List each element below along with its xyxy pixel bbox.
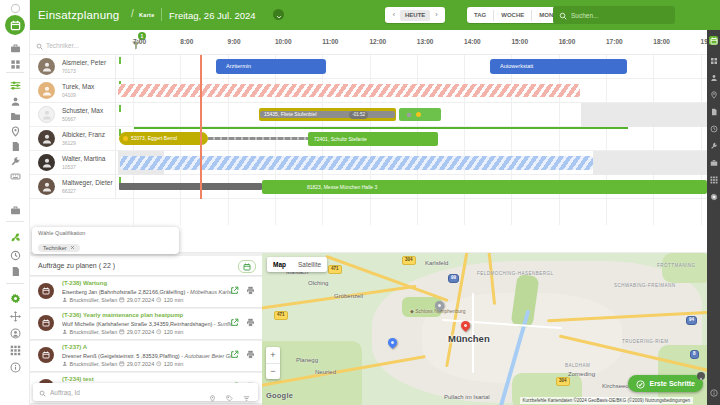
- qualification-chip[interactable]: Techniker: [38, 244, 80, 252]
- toolbox-icon[interactable]: [8, 203, 22, 217]
- dismiss-cta-button[interactable]: [697, 372, 705, 380]
- tab-woche[interactable]: WOCHE: [494, 10, 532, 21]
- order-search-input[interactable]: [50, 389, 201, 396]
- orders-icon[interactable]: [8, 41, 22, 55]
- right-sidebar: [707, 30, 720, 405]
- view-chip-karte[interactable]: Karte: [139, 12, 155, 18]
- print-order-icon[interactable]: [246, 345, 255, 354]
- technician-search-input[interactable]: [46, 42, 98, 49]
- devices-icon[interactable]: [8, 169, 22, 183]
- apps-icon[interactable]: [709, 175, 718, 184]
- jobs-icon[interactable]: [709, 158, 718, 167]
- technician-row[interactable]: Alsmeier, Peter70173ArztterminAutowerkst…: [30, 55, 707, 79]
- next-day-button[interactable]: ›: [430, 9, 442, 21]
- hour-label: 17:00: [606, 38, 623, 45]
- fan-service-icon[interactable]: [8, 230, 22, 244]
- move-icon[interactable]: [8, 309, 22, 323]
- settings-icon[interactable]: [8, 291, 22, 305]
- times-icon[interactable]: [8, 248, 22, 262]
- today-button[interactable]: HEUTE: [400, 10, 430, 21]
- tools-icon[interactable]: [8, 154, 22, 168]
- technician-row[interactable]: Albicker, Franz3612952073, Eggert Bernd7…: [30, 127, 707, 151]
- people-icon[interactable]: [709, 73, 718, 82]
- road-badge: 8: [690, 350, 699, 359]
- technician-lane[interactable]: ArztterminAutowerkstatt: [115, 55, 706, 79]
- global-search-input[interactable]: [571, 12, 669, 19]
- technicians-icon[interactable]: [8, 94, 22, 108]
- status-dot-icon: [416, 112, 421, 117]
- date-dropdown-button[interactable]: [273, 9, 284, 20]
- settings-icon[interactable]: [709, 192, 718, 201]
- order-bar-progress[interactable]: 15435, Fliete Stufenbiel-01:52: [259, 108, 396, 121]
- docs-icon[interactable]: [709, 107, 718, 116]
- appointment-label: Autowerkstatt: [500, 63, 533, 69]
- worktime-line: [134, 127, 628, 129]
- order-meta: Bruckmüller, Stefan29.07.2024120 min: [62, 361, 183, 367]
- app-calendar-icon[interactable]: [709, 36, 718, 45]
- sort-icon[interactable]: [243, 388, 252, 397]
- erste-schritte-button[interactable]: Erste Schritte: [628, 375, 703, 392]
- technician-row[interactable]: Turek, Max04109: [30, 79, 707, 103]
- technician-row[interactable]: Walter, Martina10537: [30, 151, 707, 175]
- technician-lane[interactable]: [115, 79, 706, 103]
- projects-icon[interactable]: [8, 109, 22, 123]
- help-icon[interactable]: [709, 388, 718, 397]
- date-nav-group: ‹ HEUTE ›: [385, 7, 445, 23]
- plan-all-button[interactable]: [238, 260, 256, 273]
- map-canvas[interactable]: MaisachOlchingGröbenzellKarlsfeldPlanegg…: [262, 253, 707, 405]
- map-city-label: München: [448, 333, 490, 344]
- order-technician: Bruckmüller, Stefan: [70, 297, 118, 303]
- dashboard-icon[interactable]: [8, 57, 22, 71]
- app-window: Einsatzplanung / Karte Freitag, 26 Jul. …: [0, 0, 720, 405]
- zoom-in-button[interactable]: +: [266, 347, 280, 364]
- order-duration: 120 min: [164, 329, 184, 335]
- open-order-icon[interactable]: [230, 345, 239, 354]
- order-bar-small[interactable]: [399, 108, 441, 121]
- map-type-map-button[interactable]: Map: [267, 257, 292, 272]
- order-bar[interactable]: 81823, Messe München Halle 3: [262, 180, 707, 194]
- order-bar[interactable]: 72401, Schultz Stefanie: [308, 132, 438, 146]
- technician-avatar: [38, 106, 55, 123]
- print-order-icon[interactable]: [246, 313, 255, 322]
- close-icon[interactable]: [70, 245, 75, 251]
- order-card[interactable]: (T-236) Yearly maintenance plan heatpump…: [30, 309, 262, 340]
- technician-lane[interactable]: 15435, Fliete Stufenbiel-01:52: [115, 103, 706, 127]
- planning-board-icon[interactable]: [8, 78, 22, 92]
- appointment-bar[interactable]: Autowerkstatt: [490, 59, 627, 74]
- apps-icon[interactable]: [8, 343, 22, 357]
- map-type-satellite-button[interactable]: Satellite: [292, 257, 327, 272]
- dispatch-calendar-icon[interactable]: [5, 15, 25, 35]
- map-town-label: Planegg: [296, 357, 318, 363]
- documents-icon[interactable]: [8, 139, 22, 153]
- open-order-icon[interactable]: [230, 281, 239, 290]
- order-date: 29.07.2024: [127, 329, 155, 335]
- appointment-bar[interactable]: Arzttermin: [216, 59, 326, 74]
- modules-icon[interactable]: [709, 56, 718, 65]
- about-icon[interactable]: [8, 360, 22, 374]
- account-icon[interactable]: [8, 326, 22, 340]
- tag-filter-icon[interactable]: [226, 388, 235, 397]
- open-order-icon[interactable]: [230, 313, 239, 322]
- map-shortcut-icon[interactable]: [709, 90, 718, 99]
- order-card[interactable]: (T-238) WartungEisenberg Jan (Bahnhofstr…: [30, 277, 262, 308]
- print-order-icon[interactable]: [246, 281, 255, 290]
- locations-icon[interactable]: [8, 124, 22, 138]
- technician-lane[interactable]: 52073, Eggert Bernd72401, Schultz Stefan…: [115, 127, 706, 151]
- prev-day-button[interactable]: ‹: [388, 9, 400, 21]
- zoom-out-button[interactable]: −: [266, 364, 280, 380]
- breadcrumb-separator: /: [131, 8, 134, 19]
- time-icon[interactable]: [709, 124, 718, 133]
- tools-icon[interactable]: [709, 141, 718, 150]
- technician-lane[interactable]: [115, 151, 706, 175]
- tab-tag[interactable]: TAG: [467, 10, 494, 21]
- logo-icon[interactable]: [8, 1, 22, 15]
- pin-filter-icon[interactable]: [209, 388, 218, 397]
- technician-lane[interactable]: 81823, Messe München Halle 3: [115, 175, 706, 199]
- reports-icon[interactable]: [8, 264, 22, 278]
- order-meta: Bruckmüller, Stefan29.07.2024120 min: [62, 329, 183, 335]
- header-divider: [161, 8, 162, 21]
- order-bar[interactable]: 52073, Eggert Bernd: [119, 132, 208, 145]
- technician-row[interactable]: Maltweger, Dieter6632781823, Messe Münch…: [30, 175, 707, 199]
- technician-row[interactable]: Schuster, Max5066715435, Fliete Stufenbi…: [30, 103, 707, 127]
- order-card[interactable]: (T-237) ADresner Renß (Geigelsteinstr. 5…: [30, 341, 262, 372]
